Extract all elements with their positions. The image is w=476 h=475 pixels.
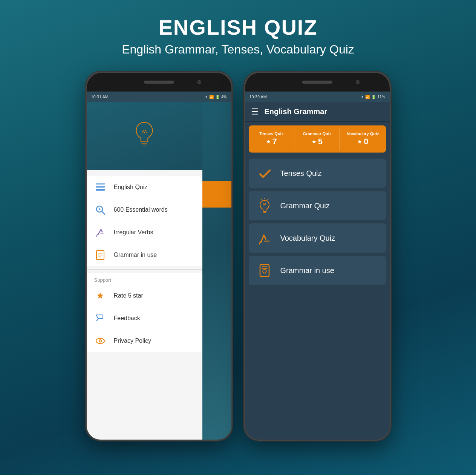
drawer-item-grammar-in-use[interactable]: Grammar in use: [87, 244, 202, 266]
tenses-quiz-icon: [256, 165, 273, 182]
svg-rect-14: [96, 189, 105, 191]
signal-icons: 📶: [209, 95, 214, 99]
grammar-quiz-score: Grammar Quiz ★ 5: [294, 125, 340, 153]
grammar-in-use-icon: [256, 262, 273, 279]
menu-item-grammar-in-use[interactable]: Grammar in use: [249, 256, 386, 285]
menu-item-tenses-quiz[interactable]: Tenses Quiz: [249, 159, 386, 188]
phones-container: 10:31 AM ✦ 📶 🔋 4%: [86, 72, 391, 441]
menu-item-vocabulary-quiz[interactable]: Vocabulary Quiz: [249, 223, 386, 253]
page-title: ENGLISH QUIZ: [122, 15, 354, 40]
drawer-label-essential-words: 600 Essential words: [114, 206, 168, 213]
drawer-item-irregular-verbs[interactable]: Irregular Verbs: [87, 221, 202, 244]
drawer-divider: [87, 269, 202, 270]
vocabulary-quiz-icon: [256, 230, 273, 246]
right-phone-speaker: [302, 81, 332, 84]
drawer-label-rate: Rate 5 star: [114, 292, 143, 299]
drawer-item-rate[interactable]: ★ Rate 5 star: [87, 284, 202, 307]
vocabulary-quiz-score: Vocabulary Quiz ★ 0: [340, 125, 386, 153]
svg-rect-13: [96, 186, 105, 188]
menu-label-vocabulary-quiz: Vocabulary Quiz: [280, 234, 335, 243]
svg-point-23: [96, 338, 104, 344]
support-section-label: Support: [87, 273, 202, 284]
right-battery-icon: 🔋: [371, 95, 376, 99]
right-phone-top-bar: [245, 73, 390, 92]
menu-label-tenses-quiz: Tenses Quiz: [280, 169, 322, 178]
svg-rect-12: [96, 183, 105, 185]
grammar-in-use-icon: [94, 249, 106, 261]
drawer-header: [87, 102, 202, 170]
drawer-header-lightbulb: [129, 117, 159, 155]
page-header: ENGLISH QUIZ English Grammar, Tenses, Vo…: [122, 0, 354, 64]
right-status-right: ✦ 📶 🔋 11%: [361, 95, 385, 99]
tenses-score-number: 7: [272, 137, 277, 147]
right-phone-left-button-2: [244, 163, 245, 186]
tenses-quiz-score: Tenses Quiz ★ 7: [249, 125, 294, 153]
rate-star-icon: ★: [94, 290, 106, 302]
svg-line-29: [261, 199, 262, 200]
drawer-label-english-quiz: English Quiz: [114, 184, 148, 191]
drawer-label-privacy: Privacy Policy: [114, 338, 152, 344]
drawer-item-essential-words[interactable]: 600 Essential words: [87, 199, 202, 221]
drawer-item-privacy[interactable]: Privacy Policy: [87, 330, 202, 352]
drawer-item-english-quiz[interactable]: English Quiz: [87, 176, 202, 199]
left-phone-screen: ulary Quiz 0: [87, 102, 231, 440]
vocabulary-star-icon: ★: [357, 139, 362, 145]
right-phone-bottom: [245, 440, 390, 441]
svg-line-28: [268, 199, 268, 200]
phone-top-bar: [87, 73, 231, 92]
right-status-time: 10:39 AM: [249, 95, 267, 99]
right-phone-screen: ☰ English Grammar Tenses Quiz ★ 7 Gramma…: [245, 102, 390, 440]
vocabulary-score-value-row: ★ 0: [357, 137, 368, 147]
right-battery-percent: 11%: [377, 95, 385, 99]
drawer-menu-items: English Quiz 600 Essential words Irregul…: [87, 170, 202, 358]
svg-point-31: [263, 269, 266, 273]
grammar-score-value-row: ★ 5: [312, 137, 323, 147]
navigation-drawer: English Quiz 600 Essential words Irregul…: [87, 102, 202, 440]
svg-rect-30: [260, 264, 269, 276]
vocabulary-quiz-score-label: Vocabulary Quiz: [347, 131, 379, 136]
left-status-right: ✦ 📶 🔋 4%: [205, 95, 227, 99]
grammar-quiz-score-label: Grammar Quiz: [303, 131, 332, 136]
left-status-bar: 10:31 AM ✦ 📶 🔋 4%: [87, 92, 231, 102]
grammar-quiz-icon: [256, 197, 273, 214]
left-phone: 10:31 AM ✦ 📶 🔋 4%: [86, 72, 233, 441]
drawer-label-feedback: Feedback: [114, 315, 140, 322]
bluetooth-icon: ✦: [205, 95, 208, 99]
left-battery-percent: 4%: [221, 95, 227, 99]
score-bar: Tenses Quiz ★ 7 Grammar Quiz ★ 5 Vocabul…: [249, 125, 386, 153]
menu-label-grammar-in-use: Grammar in use: [280, 266, 334, 275]
phone-camera: [197, 80, 201, 84]
english-quiz-icon: [94, 181, 106, 193]
drawer-item-feedback[interactable]: Feedback: [87, 307, 202, 330]
svg-line-16: [102, 211, 105, 214]
svg-point-24: [99, 340, 101, 342]
right-phone-left-button-1: [244, 141, 245, 156]
right-status-bar: 10:39 AM ✦ 📶 🔋 11%: [245, 92, 390, 102]
essential-words-icon: [94, 204, 106, 216]
app-header-title: English Grammar: [265, 107, 328, 116]
grammar-star-icon: ★: [312, 139, 317, 145]
right-side-button: [231, 148, 233, 171]
left-status-time: 10:31 AM: [91, 95, 109, 99]
drawer-label-grammar-in-use: Grammar in use: [114, 252, 157, 258]
right-phone: 10:39 AM ✦ 📶 🔋 11% ☰ English Grammar Ten…: [244, 72, 391, 441]
feedback-icon: [94, 312, 106, 324]
menu-item-grammar-quiz[interactable]: Grammar Quiz: [249, 191, 386, 220]
tenses-score-value-row: ★ 7: [266, 137, 277, 147]
right-phone-camera: [356, 80, 360, 84]
menu-label-grammar-quiz: Grammar Quiz: [280, 202, 330, 210]
page-subtitle: English Grammar, Tenses, Vocabulary Quiz: [122, 43, 354, 57]
privacy-icon: [94, 335, 106, 347]
grammar-score-number: 5: [318, 137, 323, 147]
app-header: ☰ English Grammar: [245, 102, 390, 122]
battery-icon: 🔋: [215, 95, 220, 99]
right-signal-icons: 📶: [365, 95, 370, 99]
right-phone-menu-list: Tenses Quiz: [245, 156, 390, 287]
tenses-quiz-score-label: Tenses Quiz: [259, 131, 283, 136]
phone-speaker: [144, 81, 174, 84]
hamburger-menu-icon[interactable]: ☰: [251, 107, 259, 117]
right-phone-side-button: [390, 148, 391, 171]
vocabulary-score-number: 0: [364, 137, 368, 147]
tenses-star-icon: ★: [266, 139, 271, 145]
irregular-verbs-icon: [94, 226, 106, 238]
